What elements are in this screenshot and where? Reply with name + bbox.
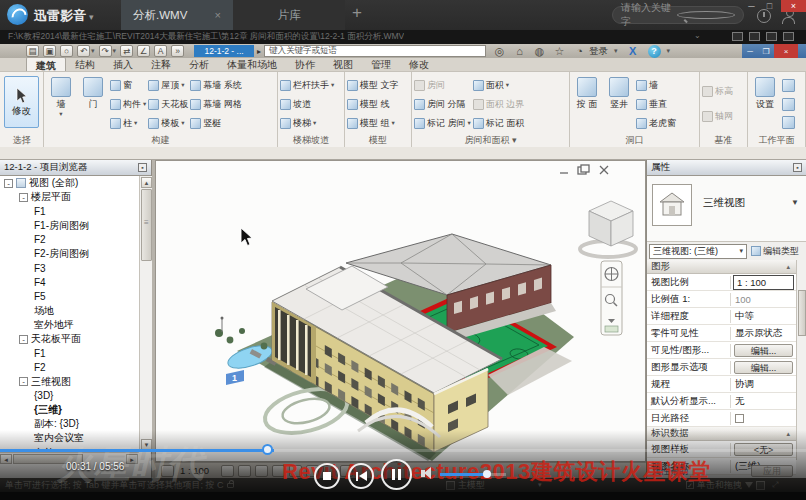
tree-item-F3[interactable]: F3 bbox=[0, 261, 139, 275]
player-float-list-icon[interactable] bbox=[766, 32, 777, 41]
tree-expand-icon[interactable]: - bbox=[19, 193, 28, 202]
player-search-input[interactable]: 请输入关键字 bbox=[612, 6, 744, 24]
player-tab-library[interactable]: 片库 bbox=[233, 0, 345, 30]
section-collapse-icon[interactable]: ▴ bbox=[786, 430, 790, 438]
ribbon-button-模型组[interactable]: 模型 组▾ bbox=[347, 115, 399, 131]
player-minimize-button[interactable]: ─ bbox=[744, 0, 759, 12]
favorites-icon[interactable]: ☆ bbox=[553, 45, 566, 58]
browser-vertical-scrollbar[interactable]: ▲ ▼ bbox=[139, 176, 152, 452]
properties-scrollbar[interactable] bbox=[796, 260, 806, 460]
sync-icon[interactable]: ○ bbox=[60, 45, 73, 57]
login-label[interactable]: 登录 bbox=[589, 45, 608, 58]
property-value[interactable]: 中等 bbox=[731, 310, 796, 323]
ribbon-button-墙[interactable]: 墙 bbox=[636, 77, 676, 93]
ribbon-tab-分析[interactable]: 分析 bbox=[180, 57, 218, 71]
tree-item-楼层平面[interactable]: -楼层平面 bbox=[0, 190, 139, 204]
dropdown-caret-icon[interactable]: ▾ bbox=[392, 119, 395, 127]
revit-search-input[interactable]: 键入关键字或短语 bbox=[264, 45, 486, 57]
ribbon-button-模型文字[interactable]: 模型 文字 bbox=[347, 77, 399, 93]
undo-caret-icon[interactable]: ▾ bbox=[91, 47, 95, 55]
property-value[interactable]: 100 bbox=[731, 294, 796, 305]
ribbon-button-竖梃[interactable]: 竖梃 bbox=[190, 115, 242, 131]
tree-expand-icon[interactable]: - bbox=[19, 377, 28, 386]
ribbon-tab-体量和场地[interactable]: 体量和场地 bbox=[218, 57, 286, 71]
property-checkbox[interactable] bbox=[735, 414, 744, 423]
pause-button[interactable] bbox=[381, 459, 412, 490]
dropdown-caret-icon[interactable]: ▾ bbox=[59, 109, 62, 119]
measure-icon[interactable]: ∠ bbox=[137, 45, 150, 57]
property-value[interactable]: 1 : 100 bbox=[733, 275, 794, 290]
ribbon-button-房间分隔[interactable]: 房间 分隔 bbox=[414, 96, 471, 112]
tree-item-{三维}[interactable]: {三维} bbox=[0, 403, 139, 417]
filter-icon[interactable] bbox=[745, 482, 753, 488]
ribbon-button-竖井[interactable]: 竖井 bbox=[604, 74, 634, 134]
ref-plane-icon[interactable] bbox=[782, 98, 795, 111]
ribbon-button-垂直[interactable]: 垂直 bbox=[636, 96, 676, 112]
type-selector[interactable]: 三维视图 ▼ bbox=[647, 176, 806, 242]
type-caret-icon[interactable]: ▼ bbox=[791, 198, 799, 207]
dropdown-caret-icon[interactable]: ▾ bbox=[313, 119, 316, 127]
tree-item-天花板平面[interactable]: -天花板平面 bbox=[0, 332, 139, 346]
ribbon-tab-管理[interactable]: 管理 bbox=[362, 57, 400, 71]
ribbon-button-窗[interactable]: 窗 bbox=[110, 77, 146, 93]
qat-overflow-icon[interactable]: » bbox=[171, 45, 184, 57]
tree-item-F5[interactable]: F5 bbox=[0, 290, 139, 304]
ribbon-button-幕墙系统[interactable]: 幕墙 系统 bbox=[190, 77, 242, 93]
player-app-name[interactable]: 迅雷影音▾ bbox=[34, 7, 94, 25]
project-browser-header[interactable]: 12-1-2 - 项目浏览器 ▪ bbox=[0, 160, 151, 176]
ribbon-button-模型线[interactable]: 模型 线 bbox=[347, 96, 399, 112]
tree-expand-icon[interactable]: - bbox=[4, 179, 13, 188]
tree-item-室外地坪[interactable]: 室外地坪 bbox=[0, 318, 139, 332]
volume-handle[interactable] bbox=[483, 470, 491, 478]
player-float-pin-icon[interactable] bbox=[732, 32, 743, 41]
ribbon-button-标记面积[interactable]: 标记 面积 bbox=[473, 115, 525, 131]
property-edit-button[interactable]: 编辑... bbox=[734, 361, 793, 374]
dropdown-caret-icon[interactable]: ▾ bbox=[331, 81, 334, 89]
dropdown-caret-icon[interactable]: ▾ bbox=[181, 119, 184, 127]
property-edit-button[interactable]: 编辑... bbox=[734, 344, 793, 357]
scroll-up-icon[interactable]: ▲ bbox=[141, 177, 152, 188]
section-collapse-icon[interactable]: ▴ bbox=[786, 263, 790, 271]
ribbon-button-构件[interactable]: 构件▾ bbox=[110, 96, 146, 112]
browser-scroll-thumb[interactable] bbox=[141, 189, 152, 261]
active-view-box[interactable]: 12-1-2 - ... bbox=[194, 45, 254, 57]
redo-caret-icon[interactable]: ▾ bbox=[113, 47, 117, 55]
player-hover-caret-icon[interactable]: ⌄ bbox=[694, 31, 701, 40]
property-value[interactable]: 显示原状态 bbox=[731, 327, 796, 340]
save-icon[interactable]: ▣ bbox=[43, 45, 56, 57]
help-icon[interactable]: ? bbox=[648, 45, 661, 58]
ribbon-tab-修改[interactable]: 修改 bbox=[400, 57, 438, 71]
help-caret-icon[interactable]: ▾ bbox=[667, 47, 671, 55]
tree-item-F4[interactable]: F4 bbox=[0, 275, 139, 289]
edit-type-button[interactable]: 编辑类型 bbox=[751, 245, 799, 258]
dropdown-caret-icon[interactable]: ▾ bbox=[468, 119, 471, 127]
revit-close-button[interactable]: × bbox=[774, 44, 798, 58]
ribbon-tab-插入[interactable]: 插入 bbox=[104, 57, 142, 71]
tree-item-F2[interactable]: F2 bbox=[0, 233, 139, 247]
property-value[interactable]: 协调 bbox=[731, 378, 796, 391]
ribbon-button-按面[interactable]: 按 面 bbox=[572, 74, 602, 134]
sun-path-icon[interactable] bbox=[255, 465, 268, 477]
signin-user-icon[interactable]: ◔ bbox=[573, 45, 586, 58]
instance-selector-combo[interactable]: 三维视图: (三维)▾ bbox=[649, 244, 747, 259]
tree-item-F2-房间图例[interactable]: F2-房间图例 bbox=[0, 247, 139, 261]
ribbon-button-楼梯[interactable]: 楼梯▾ bbox=[280, 115, 334, 131]
login-caret-icon[interactable]: ▾ bbox=[614, 47, 618, 55]
search-icon[interactable] bbox=[677, 11, 735, 19]
revit-restore-button[interactable]: ❒ bbox=[758, 44, 774, 58]
ribbon-button-坡道[interactable]: 坡道 bbox=[280, 96, 334, 112]
new-tab-button[interactable]: + bbox=[352, 3, 362, 23]
ribbon-button-幕墙网格[interactable]: 幕墙 网格 bbox=[190, 96, 242, 112]
properties-pin-icon[interactable]: ▪ bbox=[793, 163, 802, 172]
ribbon-button-标记房间[interactable]: 标记 房间▾ bbox=[414, 115, 471, 131]
ribbon-tab-视图[interactable]: 视图 bbox=[324, 57, 362, 71]
tree-item-F1[interactable]: F1 bbox=[0, 346, 139, 360]
player-close-button[interactable]: × bbox=[781, 0, 806, 12]
ribbon-button-设置[interactable]: 设置 bbox=[750, 74, 780, 134]
tree-item-F1[interactable]: F1 bbox=[0, 204, 139, 218]
stop-button[interactable] bbox=[314, 463, 340, 489]
tree-item-F1-房间图例[interactable]: F1-房间图例 bbox=[0, 219, 139, 233]
tree-item-{3D}[interactable]: {3D} bbox=[0, 389, 139, 403]
player-float-fullscreen-icon[interactable] bbox=[783, 32, 794, 41]
dropdown-caret-icon[interactable]: ▾ bbox=[506, 81, 509, 89]
